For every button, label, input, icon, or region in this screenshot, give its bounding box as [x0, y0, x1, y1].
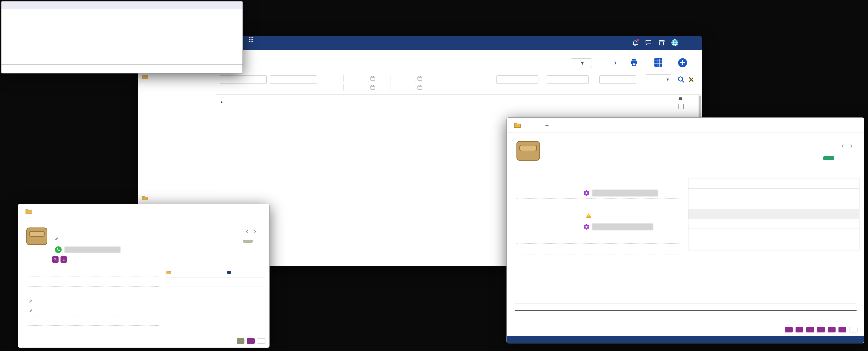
clone-button[interactable]	[828, 327, 836, 332]
notifications-bell-icon[interactable]	[631, 39, 639, 47]
document-icon[interactable]: ≡	[61, 256, 67, 263]
edit-pencil-icon[interactable]	[29, 309, 33, 313]
prev-record-button[interactable]: ‹	[841, 142, 844, 149]
paid-status-badge	[243, 240, 253, 243]
field-row	[27, 277, 159, 287]
next-record-button[interactable]: ›	[850, 142, 852, 149]
delete-button[interactable]	[849, 327, 858, 332]
export-excel-button[interactable]	[654, 58, 662, 68]
print-button[interactable]	[629, 58, 639, 68]
date-fin-from-input[interactable]	[391, 75, 416, 82]
salary-detail-window: ✎ ≡ ‹ ›	[18, 204, 270, 348]
deja-regle-row	[688, 219, 859, 228]
tab-fichiers-joints[interactable]	[543, 118, 549, 133]
apps-grid-icon	[249, 37, 253, 42]
screen: ▾ ›	[0, 0, 868, 351]
edit-pencil-icon[interactable]	[29, 299, 33, 303]
page-size-select[interactable]: ▾	[571, 58, 592, 68]
sidebar-item-reglements[interactable]	[138, 156, 216, 164]
sidebar-item-annule[interactable]	[138, 131, 216, 139]
date-debut-from-input[interactable]	[343, 75, 369, 82]
anonymized-user-name	[592, 189, 658, 197]
salary-mini-actions: ✎ ≡	[52, 256, 67, 263]
search-button[interactable]	[678, 76, 685, 84]
expense-lines-table	[515, 257, 857, 317]
sidebar-item-espace-notes[interactable]	[138, 173, 216, 181]
sidebar-item-liste-detaillee[interactable]	[138, 148, 216, 156]
chat-icon[interactable]	[645, 39, 652, 47]
print-button[interactable]	[838, 327, 846, 332]
calendar-icon[interactable]	[417, 76, 422, 81]
stats-window	[1, 1, 243, 74]
sidebar-item-paye[interactable]	[138, 123, 216, 131]
user-flower-icon	[583, 224, 590, 230]
reste-a-payer-row	[688, 239, 859, 250]
filter-etat-select[interactable]: ▾	[646, 75, 671, 84]
list-view-icon[interactable]: ≡	[678, 95, 682, 102]
table-scrollbar[interactable]	[515, 310, 857, 311]
classify-paid-button[interactable]	[817, 327, 825, 332]
enter-payment-button[interactable]	[806, 327, 814, 332]
language-globe-icon[interactable]	[671, 39, 679, 47]
sidebar-item-types-lignes[interactable]	[138, 181, 216, 189]
expense-record-icon	[517, 141, 540, 160]
next-page-button[interactable]: ›	[614, 58, 617, 67]
field-row	[517, 243, 682, 255]
sidebar-item-refuse[interactable]	[138, 139, 216, 148]
stats-window-titlebar[interactable]	[1, 1, 243, 9]
filter-montant-input[interactable]	[496, 76, 538, 84]
expense-detail-window: ‹ ›	[506, 117, 864, 344]
clear-filters-button[interactable]: ✕	[688, 76, 694, 84]
filter-date-fin	[376, 75, 422, 92]
montant-ttc-row	[688, 199, 859, 209]
filter-lien-input[interactable]	[547, 76, 589, 84]
sidebar-item-valide[interactable]	[138, 106, 216, 115]
salary-tabbar	[18, 204, 269, 219]
filter-creation-input[interactable]	[599, 76, 636, 84]
select-all-checkbox[interactable]	[678, 104, 684, 109]
payment-row[interactable]	[166, 267, 265, 277]
donut-chart	[79, 14, 122, 58]
salary-libelle-row	[52, 237, 61, 241]
next-record-button[interactable]: ›	[254, 228, 256, 235]
expense-tabbar	[507, 118, 864, 133]
reglements-header	[688, 209, 859, 219]
field-row	[27, 306, 159, 316]
folder-icon	[166, 270, 171, 274]
expense-line-row[interactable]	[515, 279, 857, 304]
calendar-icon[interactable]	[417, 85, 422, 90]
sidebar-item-liste[interactable]	[138, 90, 216, 98]
calendar-icon[interactable]	[370, 85, 375, 90]
prev-record-button[interactable]: ‹	[246, 228, 248, 235]
send-email-button[interactable]	[785, 327, 793, 332]
montant-reclame-row	[166, 287, 265, 296]
field-row	[517, 221, 682, 232]
archive-box-icon[interactable]	[658, 39, 665, 47]
sort-asc-icon: ▲	[220, 100, 223, 104]
add-button[interactable]	[678, 58, 687, 68]
date-debut-to-input[interactable]	[343, 84, 369, 91]
module-menu-item[interactable]	[249, 37, 253, 42]
deja-regle-row	[166, 277, 265, 287]
delete-button[interactable]	[257, 338, 266, 344]
refuse-button[interactable]	[796, 327, 803, 332]
notification-dot	[637, 39, 639, 41]
reopen-button[interactable]	[237, 338, 244, 344]
filter-libelle-input[interactable]	[270, 76, 317, 84]
field-row	[27, 267, 159, 277]
user-flower-icon	[583, 190, 590, 196]
clone-button[interactable]	[247, 338, 255, 344]
sidebar-item-nouveau[interactable]	[138, 81, 216, 90]
salary-fields	[27, 267, 159, 326]
filter-ref-input[interactable]	[220, 76, 267, 84]
sidebar-section-charges[interactable]	[138, 193, 216, 203]
sidebar-item-approuve[interactable]	[138, 115, 216, 123]
field-row	[517, 187, 682, 199]
date-fin-to-input[interactable]	[391, 84, 416, 91]
field-row	[27, 287, 159, 296]
edit-pencil-icon[interactable]	[54, 237, 59, 241]
calendar-icon[interactable]	[370, 76, 375, 81]
sidebar-item-statistiques[interactable]	[138, 164, 216, 173]
sidebar-item-brouillon[interactable]	[138, 98, 216, 106]
signature-icon[interactable]: ✎	[52, 256, 59, 263]
